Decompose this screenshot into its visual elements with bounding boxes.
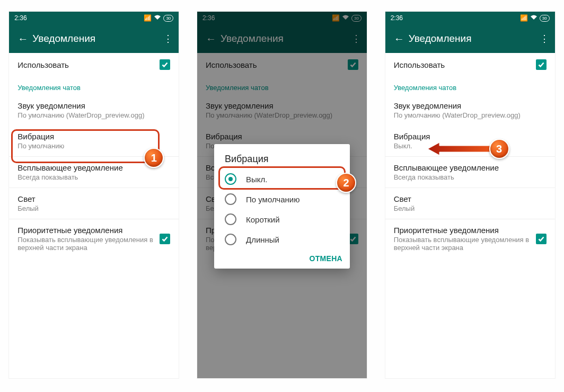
row-label: Вибрация [394, 132, 547, 141]
row-label: Звук уведомления [17, 101, 170, 110]
status-time: 2:36 [14, 14, 27, 22]
wifi-icon [530, 14, 537, 22]
app-bar: ← Уведомления ⋮ [385, 24, 555, 53]
row-sub: Показывать всплывающие уведомления в вер… [394, 236, 536, 252]
appbar-title: Уведомления [409, 33, 538, 44]
row-sound[interactable]: Звук уведомления По умолчанию (WaterDrop… [9, 95, 179, 126]
back-icon[interactable]: ← [13, 33, 32, 45]
dialog-option-long[interactable]: Длинный [214, 229, 350, 250]
section-chats: Уведомления чатов [9, 76, 179, 95]
radio-icon [225, 234, 236, 245]
battery-icon: 30 [540, 15, 550, 22]
dialog-option-default[interactable]: По умолчанию [214, 189, 350, 209]
vibration-dialog: Вибрация Выкл. По умолчанию Короткий Дли… [214, 144, 350, 269]
dialog-actions: ОТМЕНА [214, 250, 350, 266]
section-chats: Уведомления чатов [385, 76, 555, 95]
checkbox-icon[interactable] [160, 234, 170, 244]
settings-list: Использовать Уведомления чатов Звук увед… [385, 53, 555, 378]
row-priority[interactable]: Приоритетные уведомления Показывать вспл… [9, 219, 179, 258]
battery-icon: 30 [163, 15, 173, 22]
app-bar: ← Уведомления ⋮ [9, 24, 179, 53]
row-sub: Всегда показывать [394, 173, 547, 181]
status-right: 📶 30 [520, 14, 550, 22]
option-label: По умолчанию [246, 195, 299, 204]
radio-icon [225, 193, 236, 205]
row-sound[interactable]: Звук уведомления По умолчанию (WaterDrop… [385, 95, 555, 126]
status-right: 📶 30 [144, 14, 173, 22]
row-label: Всплывающее уведомление [394, 163, 547, 172]
row-sub: Всегда показывать [17, 173, 170, 181]
row-sub: Белый [17, 204, 170, 212]
row-label: Приоритетные уведомления [17, 226, 160, 235]
overflow-menu-icon[interactable]: ⋮ [538, 33, 551, 44]
row-light[interactable]: Свет Белый [385, 188, 555, 219]
option-label: Выкл. [246, 175, 267, 184]
row-popup[interactable]: Всплывающее уведомление Всегда показыват… [385, 157, 555, 188]
row-label: Использовать [17, 60, 160, 69]
row-label: Всплывающее уведомление [17, 163, 170, 172]
row-sub: По умолчанию [17, 142, 170, 150]
radio-icon [225, 213, 236, 225]
row-use[interactable]: Использовать [9, 53, 179, 76]
row-vibration[interactable]: Вибрация По умолчанию [9, 126, 179, 156]
row-label: Использовать [394, 60, 536, 69]
row-popup[interactable]: Всплывающее уведомление Всегда показыват… [9, 157, 179, 188]
row-sub: Показывать всплывающие уведомления в вер… [17, 236, 160, 252]
option-label: Длинный [246, 235, 279, 244]
status-bar: 2:36 📶 30 [385, 12, 555, 24]
row-label: Вибрация [17, 132, 170, 141]
cancel-button[interactable]: ОТМЕНА [310, 254, 342, 263]
row-label: Свет [394, 194, 547, 203]
row-sub: По умолчанию (WaterDrop_preview.ogg) [394, 111, 547, 119]
overflow-menu-icon[interactable]: ⋮ [162, 33, 174, 44]
checkbox-icon[interactable] [160, 59, 170, 70]
row-priority[interactable]: Приоритетные уведомления Показывать вспл… [385, 219, 555, 258]
settings-list: Использовать Уведомления чатов Звук увед… [9, 53, 179, 378]
row-sub: Выкл. [394, 142, 547, 150]
status-bar: 2:36 📶 30 [9, 12, 179, 24]
signal-icon: 📶 [520, 14, 528, 22]
checkbox-icon[interactable] [536, 59, 547, 70]
option-label: Короткий [246, 215, 280, 224]
row-label: Приоритетные уведомления [394, 226, 536, 235]
checkbox-icon[interactable] [536, 234, 547, 244]
status-time: 2:36 [391, 14, 403, 22]
screen-2: 2:36 📶 30 ← Уведомления ⋮ Использовать У… [197, 12, 367, 378]
row-use[interactable]: Использовать [385, 53, 555, 76]
row-label: Звук уведомления [394, 101, 547, 110]
dialog-option-short[interactable]: Короткий [214, 209, 350, 229]
back-icon[interactable]: ← [390, 33, 409, 45]
row-sub: Белый [394, 204, 547, 212]
row-light[interactable]: Свет Белый [9, 188, 179, 219]
dialog-option-off[interactable]: Выкл. [214, 169, 350, 189]
signal-icon: 📶 [144, 14, 152, 22]
appbar-title: Уведомления [32, 33, 162, 44]
row-sub: По умолчанию (WaterDrop_preview.ogg) [17, 111, 170, 119]
screen-3: 2:36 📶 30 ← Уведомления ⋮ Использовать У… [385, 12, 555, 378]
wifi-icon [154, 14, 161, 22]
row-vibration[interactable]: Вибрация Выкл. [385, 126, 555, 156]
dialog-title: Вибрация [214, 144, 350, 169]
radio-icon [225, 173, 236, 185]
screen-1: 2:36 📶 30 ← Уведомления ⋮ Использовать У… [9, 12, 179, 378]
row-label: Свет [17, 194, 170, 203]
